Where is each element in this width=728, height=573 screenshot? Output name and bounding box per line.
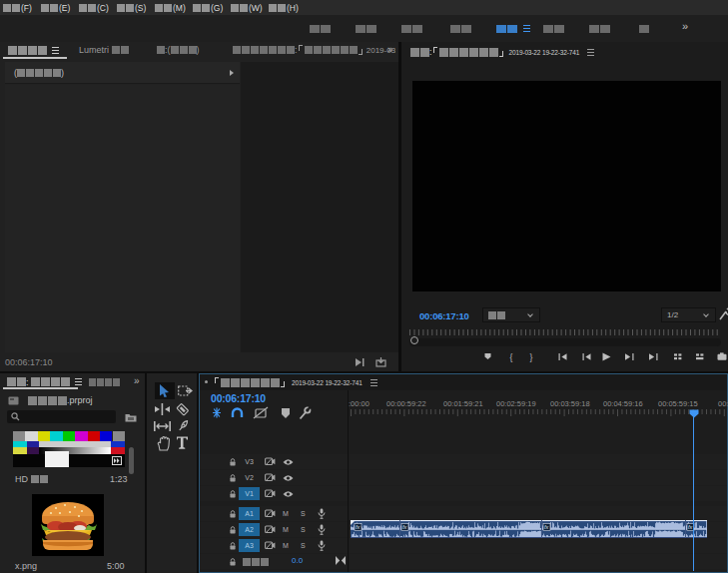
svg-text:fx: fx [688, 524, 693, 530]
svg-text:fx: fx [544, 524, 549, 530]
svg-text:{: { [510, 352, 513, 362]
svg-text:fx: fx [356, 524, 361, 530]
svg-text:fx: fx [402, 524, 407, 530]
svg-text:}: } [530, 352, 533, 362]
